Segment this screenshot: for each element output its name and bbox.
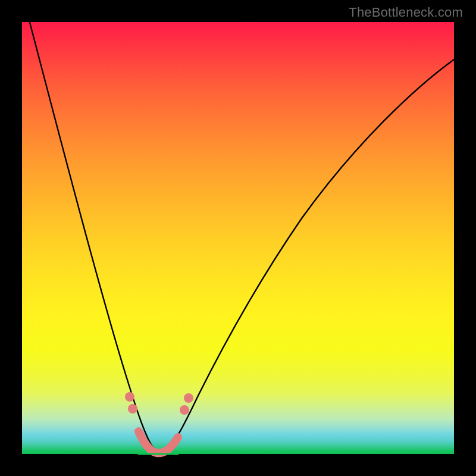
chart-svg (22, 22, 454, 454)
highlight-arc (139, 431, 178, 453)
watermark-text: TheBottleneck.com (349, 5, 463, 20)
marker-dot-right-2 (184, 393, 193, 403)
bottleneck-curve (25, 4, 456, 452)
chart-frame: TheBottleneck.com (0, 0, 476, 476)
marker-dot-left-2 (128, 404, 137, 414)
marker-dot-right-1 (180, 405, 189, 415)
marker-dot-left-1 (125, 392, 134, 402)
